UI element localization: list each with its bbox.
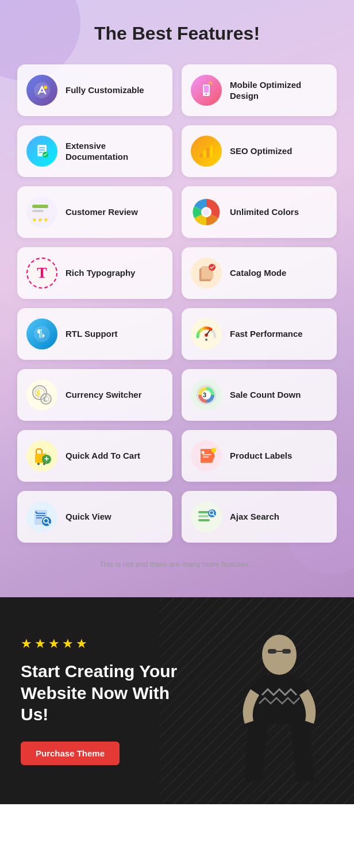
customizable-label: Fully Customizable [66, 85, 144, 96]
svg-point-51 [36, 512, 37, 513]
feature-card-countdown: 3 Sale Count Down [182, 369, 337, 421]
feature-card-quickview: Quick View [17, 491, 172, 543]
star-5: ★ [76, 636, 87, 651]
cta-section: ★ ★ ★ ★ ★ Start Creating Your Website No… [0, 597, 354, 804]
svg-point-39 [37, 463, 40, 465]
svg-rect-13 [207, 148, 209, 158]
typography-label: Rich Typography [66, 267, 135, 279]
catalog-icon [191, 258, 222, 289]
feature-card-catalog: Catalog Mode [182, 247, 337, 299]
svg-rect-62 [268, 649, 276, 654]
docs-label: Extensive Documentation [66, 140, 163, 163]
mobile-icon [191, 75, 222, 106]
quickview-label: Quick View [66, 511, 111, 523]
svg-text:+: + [44, 454, 49, 463]
star-2: ★ [34, 636, 46, 651]
feature-card-typography: T Rich Typography [17, 247, 172, 299]
page-title: The Best Features! [17, 23, 337, 44]
svg-point-19 [203, 209, 210, 216]
person-image [222, 620, 337, 804]
customizable-icon [26, 75, 57, 106]
svg-point-1 [44, 86, 47, 89]
cart-icon: + [26, 440, 57, 471]
colors-icon [191, 197, 222, 228]
purchase-button[interactable]: Purchase Theme [21, 742, 120, 765]
review-icon: ★★★ [26, 197, 57, 228]
feature-card-seo: SEO Optimized [182, 125, 337, 177]
feature-card-cart: + Quick Add To Cart [17, 430, 172, 482]
svg-point-46 [211, 448, 216, 452]
rtl-icon: ¶ [26, 318, 57, 349]
countdown-label: Sale Count Down [230, 389, 301, 401]
performance-icon [191, 318, 222, 349]
svg-point-61 [262, 635, 297, 675]
rtl-label: RTL Support [66, 328, 118, 340]
quickview-icon [26, 501, 57, 532]
footer-note: This is not end there are many more feat… [17, 560, 337, 569]
mobile-label: Mobile Optimized Design [230, 79, 328, 102]
svg-text:£: £ [44, 396, 47, 402]
feature-card-labels: Product Labels [182, 430, 337, 482]
labels-icon [191, 440, 222, 471]
countdown-icon: 3 [191, 379, 222, 410]
feature-card-performance: Fast Performance [182, 308, 337, 360]
seo-label: SEO Optimized [230, 145, 292, 157]
feature-card-customizable: Fully Customizable [17, 64, 172, 116]
svg-rect-12 [203, 151, 206, 158]
svg-rect-56 [198, 515, 209, 517]
svg-point-28 [205, 339, 207, 341]
svg-text:$: $ [36, 389, 40, 397]
svg-rect-63 [282, 649, 291, 654]
seo-icon [191, 136, 222, 167]
feature-card-ajax: Ajax Search [182, 491, 337, 543]
typography-icon: T [26, 258, 57, 289]
review-label: Customer Review [66, 206, 138, 218]
feature-card-colors: Unlimited Colors [182, 186, 337, 238]
feature-card-mobile: Mobile Optimized Design [182, 64, 337, 116]
features-grid: Fully Customizable Mobile Optimized Desi… [17, 64, 337, 543]
catalog-label: Catalog Mode [230, 267, 286, 279]
docs-icon [26, 136, 57, 167]
features-section: The Best Features! Fully Customizable [0, 0, 354, 597]
feature-card-currency: $ £ Currency Switcher [17, 369, 172, 421]
svg-point-0 [34, 82, 50, 98]
currency-icon: $ £ [26, 379, 57, 410]
svg-line-27 [206, 331, 210, 335]
currency-label: Currency Switcher [66, 389, 142, 401]
svg-point-43 [202, 451, 205, 454]
cart-label: Quick Add To Cart [66, 450, 140, 462]
star-1: ★ [21, 636, 32, 651]
star-4: ★ [62, 636, 74, 651]
svg-point-5 [206, 94, 207, 95]
svg-rect-4 [204, 86, 209, 93]
svg-text:¶: ¶ [37, 328, 43, 339]
svg-rect-16 [32, 210, 44, 212]
ajax-label: Ajax Search [230, 511, 279, 523]
feature-card-docs: Extensive Documentation [17, 125, 172, 177]
labels-label: Product Labels [230, 450, 292, 462]
star-3: ★ [48, 636, 60, 651]
svg-text:★★★: ★★★ [32, 216, 49, 223]
colors-label: Unlimited Colors [230, 206, 299, 218]
svg-text:3: 3 [203, 391, 206, 398]
svg-rect-14 [210, 145, 213, 158]
svg-rect-11 [200, 153, 202, 158]
svg-rect-57 [198, 519, 210, 521]
svg-rect-15 [32, 205, 48, 208]
ajax-icon [191, 501, 222, 532]
feature-card-rtl: ¶ RTL Support [17, 308, 172, 360]
performance-label: Fast Performance [230, 328, 303, 340]
feature-card-review: ★★★ Customer Review [17, 186, 172, 238]
